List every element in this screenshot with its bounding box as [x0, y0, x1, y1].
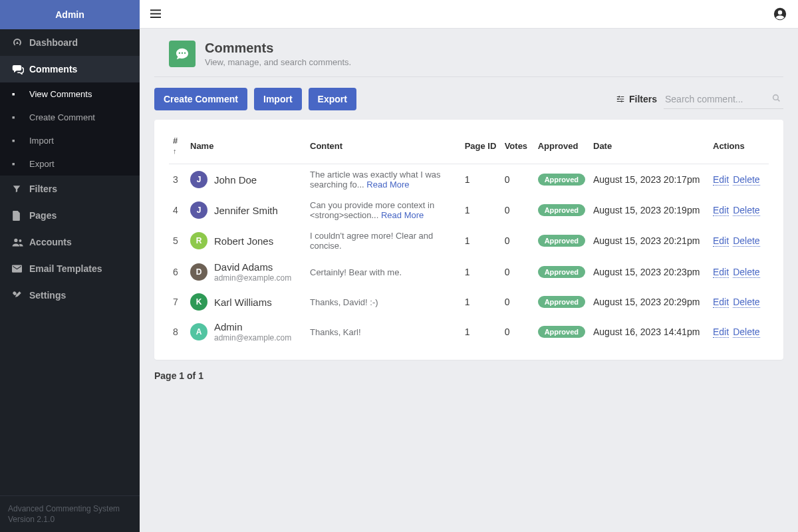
- delete-link[interactable]: Delete: [733, 327, 759, 338]
- commenter-name: Jennifer Smith: [214, 205, 278, 216]
- sidebar-item-label: Dashboard: [29, 37, 78, 48]
- sidebar-item-settings[interactable]: Settings: [0, 282, 140, 309]
- delete-link[interactable]: Delete: [733, 174, 759, 186]
- delete-link[interactable]: Delete: [733, 267, 759, 278]
- sidebar-item-label: Comments: [29, 64, 77, 74]
- commenter-name: David Adams: [214, 261, 291, 273]
- avatar: J: [190, 201, 207, 219]
- sidebar-item-email-templates[interactable]: Email Templates: [0, 255, 140, 282]
- votes: 0: [501, 225, 534, 256]
- toolbar: Create Comment Import Export Filters: [140, 77, 798, 120]
- sidebar-sub-view-comments[interactable]: View Comments: [0, 82, 140, 106]
- sidebar-brand[interactable]: Admin: [0, 0, 140, 29]
- sidebar-item-label: Email Templates: [29, 263, 102, 274]
- sidebar-item-accounts[interactable]: Accounts: [0, 229, 140, 255]
- svg-point-5: [618, 96, 620, 97]
- sidebar-item-comments[interactable]: Comments: [0, 56, 140, 82]
- avatar: D: [190, 263, 207, 281]
- edit-link[interactable]: Edit: [713, 174, 729, 186]
- date: August 15, 2023 20:29pm: [589, 288, 709, 316]
- read-more-link[interactable]: Read More: [366, 180, 409, 190]
- svg-rect-3: [150, 13, 161, 15]
- commenter-name: Admin: [214, 321, 291, 332]
- col-header-content[interactable]: Content: [306, 126, 461, 164]
- votes: 0: [501, 256, 534, 288]
- table-row: 6DDavid Adamsadmin@example.comCertainly!…: [169, 256, 769, 288]
- sidebar-sub-import[interactable]: Import: [0, 129, 140, 152]
- search-input[interactable]: [664, 90, 783, 109]
- table-row: 8AAdminadmin@example.comThanks, Karl!10A…: [169, 316, 769, 348]
- footer-line-2: Version 2.1.0: [8, 515, 132, 524]
- svg-point-7: [621, 100, 622, 102]
- delete-link[interactable]: Delete: [733, 205, 759, 216]
- sidebar-item-filters[interactable]: Filters: [0, 176, 140, 202]
- page-id: 1: [461, 164, 501, 196]
- menu-toggle-icon[interactable]: [150, 9, 161, 19]
- bullet-icon: [12, 115, 29, 120]
- search-icon: [772, 94, 781, 102]
- row-num: 7: [169, 288, 186, 316]
- create-comment-button[interactable]: Create Comment: [154, 88, 247, 110]
- col-header-date[interactable]: Date: [589, 126, 709, 164]
- envelope-icon: [12, 265, 29, 273]
- users-icon: [12, 237, 29, 247]
- delete-link[interactable]: Delete: [733, 235, 759, 247]
- sliders-icon: [616, 94, 625, 104]
- page-subtitle: View, manage, and search comments.: [205, 57, 351, 67]
- comments-table-card: # ↑ Name Content Page ID Votes Approved …: [154, 120, 783, 360]
- sidebar-item-label: Pages: [29, 210, 57, 221]
- sidebar-sub-export[interactable]: Export: [0, 152, 140, 176]
- file-icon: [12, 211, 29, 221]
- col-header-pageid[interactable]: Page ID: [461, 126, 501, 164]
- filters-toggle[interactable]: Filters: [616, 94, 657, 104]
- edit-link[interactable]: Edit: [713, 235, 729, 247]
- user-menu-icon[interactable]: [773, 7, 787, 21]
- avatar: J: [190, 171, 207, 188]
- page-id: 1: [461, 288, 501, 316]
- row-num: 6: [169, 256, 186, 288]
- votes: 0: [501, 164, 534, 196]
- status-badge: Approved: [538, 266, 585, 278]
- table-row: 4JJennifer SmithCan you provide more con…: [169, 195, 769, 225]
- svg-line-9: [777, 99, 779, 101]
- sidebar-submenu-comments: View Comments Create Comment Import Expo…: [0, 82, 140, 176]
- delete-link[interactable]: Delete: [733, 297, 759, 308]
- page-id: 1: [461, 225, 501, 256]
- sort-asc-icon: ↑: [173, 147, 177, 155]
- footer-line-1: Advanced Commenting System: [8, 504, 132, 513]
- comment-content: I couldn't agree more! Clear and concise…: [306, 225, 461, 256]
- sidebar-sub-create-comment[interactable]: Create Comment: [0, 106, 140, 129]
- col-header-actions: Actions: [709, 126, 769, 164]
- edit-link[interactable]: Edit: [713, 327, 729, 338]
- col-header-num[interactable]: # ↑: [169, 126, 186, 164]
- sidebar-sub-label: Create Comment: [29, 112, 95, 122]
- sidebar-sub-label: Export: [29, 159, 55, 169]
- sidebar-item-label: Settings: [29, 290, 66, 301]
- commenter-email: admin@example.com: [214, 333, 291, 342]
- edit-link[interactable]: Edit: [713, 267, 729, 278]
- svg-point-1: [19, 239, 21, 242]
- edit-link[interactable]: Edit: [713, 297, 729, 308]
- edit-link[interactable]: Edit: [713, 205, 729, 216]
- table-row: 5RRobert JonesI couldn't agree more! Cle…: [169, 225, 769, 256]
- col-header-votes[interactable]: Votes: [501, 126, 534, 164]
- svg-rect-4: [150, 17, 161, 18]
- import-button[interactable]: Import: [254, 88, 302, 110]
- export-button[interactable]: Export: [309, 88, 356, 110]
- comment-content: Can you provide more context in <strong>…: [306, 195, 461, 225]
- date: August 15, 2023 20:19pm: [589, 195, 709, 225]
- sidebar-item-dashboard[interactable]: Dashboard: [0, 29, 140, 56]
- sidebar-item-pages[interactable]: Pages: [0, 202, 140, 229]
- funnel-icon: [12, 184, 29, 194]
- read-more-link[interactable]: Read More: [381, 210, 424, 220]
- page-header: Comments View, manage, and search commen…: [154, 29, 783, 77]
- row-num: 3: [169, 164, 186, 196]
- sidebar: Admin Dashboard Comments View Comments C…: [0, 0, 140, 532]
- sidebar-item-label: Accounts: [29, 237, 72, 247]
- col-header-name[interactable]: Name: [186, 126, 306, 164]
- table-row: 3JJohn DoeThe article was exactly what I…: [169, 164, 769, 196]
- col-header-approved[interactable]: Approved: [534, 126, 589, 164]
- pagination-status: Page 1 of 1: [140, 360, 798, 392]
- date: August 15, 2023 20:17pm: [589, 164, 709, 196]
- avatar: R: [190, 232, 207, 249]
